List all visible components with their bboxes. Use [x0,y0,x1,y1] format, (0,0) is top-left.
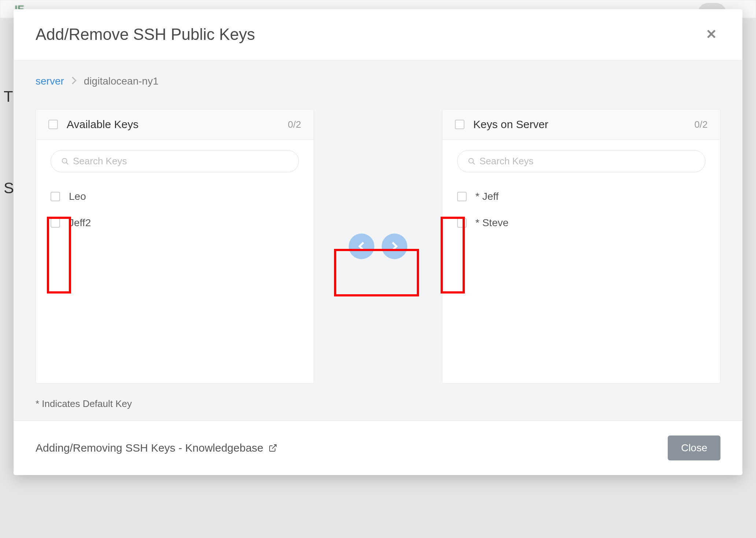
modal-title: Add/Remove SSH Public Keys [36,25,255,44]
key-checkbox[interactable] [457,192,467,201]
modal-overlay: Add/Remove SSH Public Keys ✕ server digi… [0,0,756,538]
breadcrumb-root-link[interactable]: server [36,75,64,87]
key-checkbox[interactable] [457,218,467,228]
panel-header: Keys on Server 0/2 [442,109,720,140]
key-label: Leo [69,191,86,202]
select-all-available-checkbox[interactable] [48,120,58,129]
close-button[interactable]: Close [668,436,720,460]
close-icon[interactable]: ✕ [702,23,720,46]
search-icon [61,157,69,165]
svg-point-0 [62,158,67,163]
move-left-button[interactable] [349,233,374,259]
knowledgebase-link[interactable]: Adding/Removing SSH Keys - Knowledgebase [36,442,277,454]
transfer-buttons [329,226,427,266]
list-item[interactable]: Jeff2 [51,210,299,236]
breadcrumb: server digitalocean-ny1 [36,75,720,87]
panel-count: 0/2 [694,119,708,130]
search-icon [468,157,476,165]
panel-header: Available Keys 0/2 [36,109,314,140]
server-keys-panel: Keys on Server 0/2 [442,109,720,384]
key-checkbox[interactable] [51,218,60,228]
key-checkbox[interactable] [51,192,60,201]
transfer-container: Available Keys 0/2 [36,109,720,384]
modal-body: server digitalocean-ny1 Available Keys [14,61,742,421]
panel-body: * Jeff * Steve [442,140,720,383]
panel-title: Available Keys [67,118,138,131]
select-all-server-checkbox[interactable] [455,120,464,129]
search-server-input[interactable] [479,156,695,167]
key-label: * Jeff [475,191,499,202]
key-list: * Jeff * Steve [457,183,705,236]
modal-header: Add/Remove SSH Public Keys ✕ [14,9,742,61]
key-label: Jeff2 [69,217,91,229]
search-wrap [457,150,705,172]
external-link-icon [268,444,277,452]
list-item[interactable]: Leo [51,183,299,210]
key-label: * Steve [475,217,508,229]
available-keys-panel: Available Keys 0/2 [36,109,314,384]
key-list: Leo Jeff2 [51,183,299,236]
list-item[interactable]: * Steve [457,210,705,236]
chevron-right-icon [71,75,77,87]
search-wrap [51,150,299,172]
search-available-input[interactable] [73,156,288,167]
svg-line-4 [272,445,276,449]
panel-title: Keys on Server [473,118,548,131]
list-item[interactable]: * Jeff [457,183,705,210]
default-key-footnote: * Indicates Default Key [36,398,720,410]
svg-point-2 [469,158,474,163]
chevron-right-icon [391,241,398,251]
panel-body: Leo Jeff2 [36,140,314,383]
svg-line-1 [66,162,68,164]
svg-line-3 [473,162,475,164]
breadcrumb-current: digitalocean-ny1 [84,75,159,87]
ssh-keys-modal: Add/Remove SSH Public Keys ✕ server digi… [14,9,742,475]
modal-footer: Adding/Removing SSH Keys - Knowledgebase… [14,421,742,475]
chevron-left-icon [358,241,365,251]
panel-count: 0/2 [288,119,301,130]
kb-link-text: Adding/Removing SSH Keys - Knowledgebase [36,442,263,454]
move-right-button[interactable] [382,233,407,259]
